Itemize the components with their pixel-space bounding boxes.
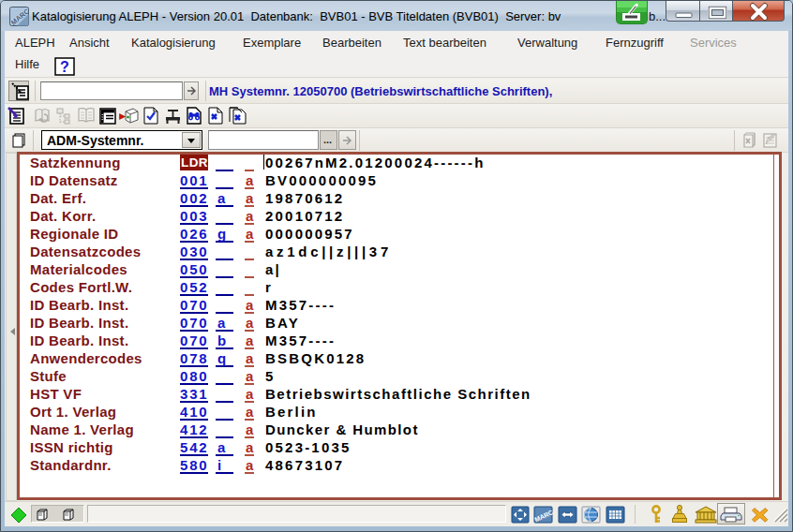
svg-text:?: ? — [60, 59, 69, 75]
